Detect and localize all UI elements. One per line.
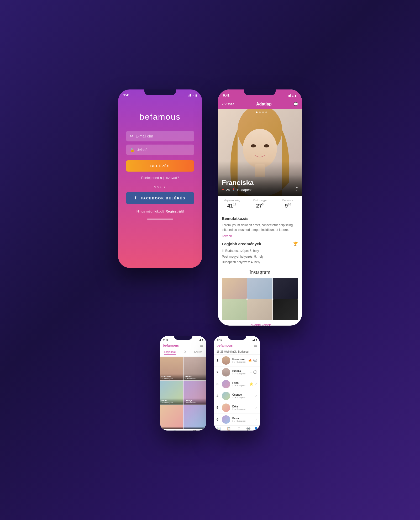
- list-status-icons: ▮: [253, 338, 257, 341]
- list-actions-3: ⭐ ↗: [249, 382, 257, 386]
- login-button[interactable]: BELÉPÉS: [126, 160, 194, 172]
- grid-photo-franciska[interactable]: Franciska 24 • Budapest: [160, 357, 183, 380]
- signal-icon: [288, 94, 291, 97]
- list-item-2[interactable]: 2 Bianka 31 • Budapest ○ 💬: [214, 367, 260, 378]
- home-status-icons: ▮: [199, 338, 203, 341]
- instagram-grid: [222, 278, 298, 320]
- list-actions-5: ↗: [255, 406, 257, 410]
- wifi-icon: [192, 93, 194, 97]
- list-item-5[interactable]: 5 Dóra 31 • Budapest ↗: [214, 402, 260, 414]
- profile-age: 24: [226, 188, 230, 192]
- small-nav-chat[interactable]: 💬 Chat: [193, 430, 197, 431]
- list-app-title: befamous: [217, 343, 233, 347]
- share-icon[interactable]: ⤴: [296, 186, 298, 192]
- stat-pest: Pest megye 275: [246, 196, 274, 212]
- battery-icon: ▮: [256, 338, 257, 341]
- tab-uj[interactable]: Új: [184, 351, 186, 355]
- small-list-nav-toplista[interactable]: 📋 Toplista: [226, 427, 232, 431]
- small-list-nav-kedvencek[interactable]: ♡ Kedvencek: [235, 427, 243, 431]
- password-input[interactable]: [137, 148, 190, 152]
- app-logo: befamous: [140, 112, 181, 122]
- list-item-4[interactable]: 4 Csenge 31 • Budapest ↗: [214, 390, 260, 402]
- small-nav-kedvencek[interactable]: ♡ Kedvencek: [181, 430, 189, 431]
- small-nav-szavazas[interactable]: 📊 Szavazás: [162, 430, 169, 431]
- photo-label-extra1: [160, 427, 183, 429]
- stat-magyarorszag: Magyarország 4112: [218, 196, 246, 212]
- svg-point-9: [262, 112, 264, 113]
- avatar-6: [222, 415, 230, 424]
- grid-photo-bianka[interactable]: Bianka 21 • Budapest: [183, 357, 206, 380]
- email-field-container[interactable]: ✉: [126, 131, 194, 141]
- small-list-nav-chat[interactable]: 💬 Chat: [246, 427, 250, 431]
- heart-icon: ❤: [222, 188, 224, 191]
- list-menu-icon[interactable]: ☰: [254, 343, 257, 347]
- small-nav-profil[interactable]: 👤 Profil: [200, 430, 204, 431]
- small-szavazas-icon2: 📊: [217, 427, 221, 431]
- profile-phone: 9:41 Vissza Adatl: [218, 89, 302, 326]
- svg-point-7: [256, 112, 258, 113]
- small-list-nav-profil[interactable]: 👤 Profil: [254, 427, 258, 431]
- back-label: Vissza: [224, 102, 234, 106]
- small-chat-icon2: 💬: [246, 427, 250, 431]
- list-phone: 9:41 ▮ befamous ☰ 18-25 közötti nők, Bud…: [214, 336, 260, 431]
- wifi-icon: [292, 94, 294, 97]
- facebook-login-button[interactable]: f FACEBOOK BELÉPÉS: [126, 192, 194, 204]
- login-content: befamous ✉ 🔒 BELÉPÉS Elfelejtetted a jel…: [118, 99, 202, 227]
- list-entries: 1 Franciska 31 • Budapest 🔥 💬 2: [214, 355, 260, 426]
- battery-icon: ▮: [202, 338, 203, 341]
- back-button[interactable]: Vissza: [222, 101, 234, 107]
- small-list-nav-szavazas[interactable]: 📊 Szavazás: [216, 427, 223, 431]
- home-app-header: befamous ☰: [160, 342, 206, 349]
- profile-info-row: ❤ 24 📍 Budapest: [222, 188, 298, 192]
- list-item-1[interactable]: 1 Franciska 31 • Budapest 🔥 💬: [214, 355, 260, 367]
- home-phone: 9:41 ▮ befamous ☰ Legjobbak Új Szűrés: [160, 336, 206, 431]
- svg-point-8: [259, 112, 261, 113]
- small-chat-icon: 💬: [193, 430, 197, 431]
- chat-action-icon[interactable]: ↗: [255, 382, 257, 386]
- small-profil-icon: 👤: [200, 430, 204, 431]
- small-nav-toplista[interactable]: 📋 Toplista: [172, 430, 178, 431]
- grid-photo-extra1[interactable]: [160, 405, 183, 429]
- chat-action-icon[interactable]: 💬: [253, 370, 257, 374]
- list-app-header: befamous ☰: [214, 342, 260, 349]
- avatar-1: [222, 356, 230, 365]
- achievements-section-title: Legjobb eredmények 🏆: [222, 241, 298, 246]
- tab-szures[interactable]: Szűrés: [194, 351, 202, 355]
- tab-legjobbak[interactable]: Legjobbak: [164, 351, 176, 355]
- grid-photo-csenge[interactable]: Csenge 18 • Budapest: [183, 381, 206, 405]
- profile-main-photo: Franciska ❤ 24 📍 Budapest ⤴: [218, 109, 302, 196]
- battery-icon: [195, 93, 197, 97]
- list-info-4: Csenge 31 • Budapest: [232, 393, 253, 399]
- read-more-link[interactable]: Tovább: [222, 234, 232, 238]
- small-szavazas-icon: 📊: [163, 430, 167, 431]
- list-item-3[interactable]: 3 Fanni 31 • Budapest ⭐ ↗: [214, 378, 260, 390]
- home-menu-icon[interactable]: ☰: [200, 343, 203, 347]
- achievement-0: II. Budapest szépe: 5. hely: [222, 248, 298, 254]
- password-field-container[interactable]: 🔒: [126, 145, 194, 155]
- achievement-1: Pest megyei helyezés: 9. hely: [222, 254, 298, 260]
- instagram-photo-2: [247, 278, 272, 299]
- lock-icon: 🔒: [130, 148, 134, 152]
- list-bottom-nav: 📊 Szavazás 📋 Toplista ♡ Kedvencek 💬 Chat…: [214, 426, 260, 431]
- register-link[interactable]: Regisztrálj!: [165, 209, 184, 213]
- svg-point-10: [265, 112, 267, 113]
- forgot-password-link[interactable]: Elfelejtetted a jelszavad?: [141, 176, 179, 180]
- instagram-photo-5: [247, 299, 272, 320]
- pin-icon: 📍: [232, 188, 235, 191]
- chat-action-icon[interactable]: 💬: [253, 359, 257, 362]
- stat-value-2: 916: [275, 203, 301, 209]
- grid-photo-extra2[interactable]: [183, 405, 206, 429]
- list-actions-2: ○ 💬: [250, 370, 257, 374]
- login-phone: 9:41 befamous ✉: [118, 89, 202, 268]
- list-item-6[interactable]: 6 Petra 31 • Budapest ↗: [214, 414, 260, 426]
- grid-photo-fanni[interactable]: Fanni 26 • Budapest: [160, 381, 183, 405]
- list-info-5: Dóra 31 • Budapest: [232, 405, 253, 410]
- list-actions-6: ↗: [255, 418, 257, 421]
- facebook-button-label: FACEBOOK BELÉPÉS: [141, 196, 185, 200]
- email-input[interactable]: [136, 134, 190, 138]
- avatar-5: [222, 404, 230, 412]
- or-divider: VAGY: [154, 185, 166, 189]
- message-icon[interactable]: [293, 102, 298, 107]
- home-indicator: [147, 219, 173, 220]
- more-photos-link[interactable]: További képek: [222, 323, 298, 326]
